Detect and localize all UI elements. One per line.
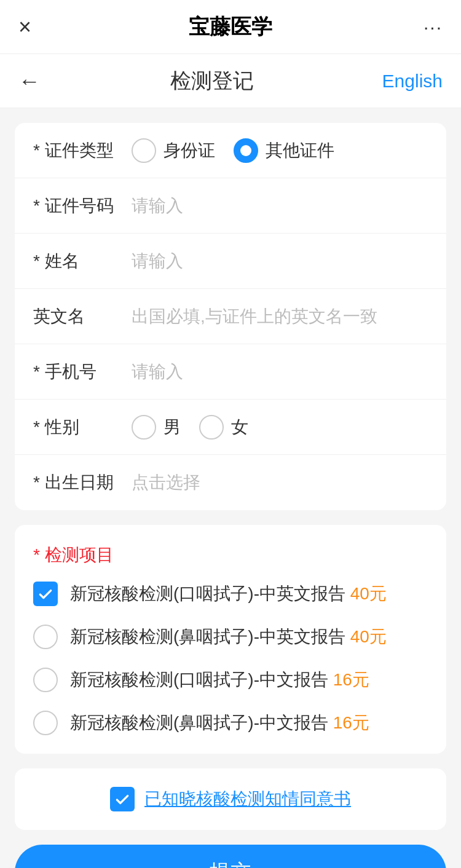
phone-label: * 手机号 <box>33 360 132 384</box>
detection-item-3[interactable]: 新冠核酸检测(口咽拭子)-中文报告 16元 <box>33 668 428 692</box>
cert-type-other[interactable]: 其他证件 <box>234 138 334 163</box>
page-title: 检测登记 <box>55 67 369 95</box>
more-icon[interactable]: ··· <box>406 17 443 37</box>
consent-checkbox[interactable] <box>110 787 135 811</box>
detection-item-3-text: 新冠核酸检测(口咽拭子)-中文报告 16元 <box>70 668 369 692</box>
phone-row: * 手机号 <box>15 344 446 400</box>
gender-female-label: 女 <box>231 416 248 439</box>
detection-item-2[interactable]: 新冠核酸检测(鼻咽拭子)-中英文报告 40元 <box>33 625 428 649</box>
detection-title: * 检测项目 <box>33 543 428 567</box>
cert-type-radio-group: 身份证 其他证件 <box>132 138 334 163</box>
close-icon[interactable]: × <box>18 14 55 40</box>
detection-item-4-price: 16元 <box>333 713 369 732</box>
cert-type-id-radio[interactable] <box>132 138 156 163</box>
consent-row: 已知晓核酸检测知情同意书 <box>15 768 446 830</box>
cert-type-other-label: 其他证件 <box>266 139 334 162</box>
detection-item-1-checkbox[interactable] <box>33 582 58 606</box>
name-label: * 姓名 <box>33 250 132 273</box>
english-name-row: 英文名 <box>15 289 446 344</box>
gender-female[interactable]: 女 <box>199 415 248 440</box>
cert-type-id-label: 身份证 <box>164 139 215 162</box>
cert-number-row: * 证件号码 <box>15 178 446 234</box>
cert-type-other-radio[interactable] <box>234 138 258 163</box>
detection-section: * 检测项目 新冠核酸检测(口咽拭子)-中英文报告 40元 新冠核酸检测(鼻咽拭… <box>15 525 446 754</box>
english-name-input[interactable] <box>132 307 428 326</box>
cert-type-row: * 证件类型 身份证 其他证件 <box>15 123 446 178</box>
consent-link[interactable]: 已知晓核酸检测知情同意书 <box>144 787 351 811</box>
gender-row: * 性别 男 女 <box>15 400 446 455</box>
detection-item-2-price: 40元 <box>350 627 387 646</box>
detection-item-3-price: 16元 <box>333 670 369 689</box>
name-input[interactable] <box>132 251 428 271</box>
sub-nav: ← 检测登记 English <box>0 54 461 108</box>
detection-item-1[interactable]: 新冠核酸检测(口咽拭子)-中英文报告 40元 <box>33 582 428 606</box>
dob-row[interactable]: * 出生日期 点击选择 <box>15 455 446 510</box>
submit-button[interactable]: 提交 <box>15 845 446 868</box>
gender-label: * 性别 <box>33 416 132 439</box>
gender-male-radio[interactable] <box>132 415 156 440</box>
gender-male-label: 男 <box>164 416 181 439</box>
gender-radio-group: 男 女 <box>132 415 248 440</box>
name-row: * 姓名 <box>15 234 446 289</box>
detection-item-4[interactable]: 新冠核酸检测(鼻咽拭子)-中文报告 16元 <box>33 711 428 735</box>
detection-item-2-text: 新冠核酸检测(鼻咽拭子)-中英文报告 40元 <box>70 625 387 649</box>
dob-placeholder: 点击选择 <box>132 471 200 494</box>
gender-female-radio[interactable] <box>199 415 224 440</box>
detection-item-4-text: 新冠核酸检测(鼻咽拭子)-中文报告 16元 <box>70 711 369 735</box>
phone-input[interactable] <box>132 362 428 382</box>
language-switch-button[interactable]: English <box>369 71 443 92</box>
form-card: * 证件类型 身份证 其他证件 * 证件号码 * 姓名 英文名 * 手机号 <box>15 123 446 510</box>
detection-item-2-radio[interactable] <box>33 625 58 649</box>
detection-item-1-price: 40元 <box>350 584 387 603</box>
app-title: 宝藤医学 <box>55 13 406 41</box>
detection-item-3-radio[interactable] <box>33 668 58 692</box>
cert-type-id-card[interactable]: 身份证 <box>132 138 215 163</box>
top-nav: × 宝藤医学 ··· <box>0 0 461 54</box>
english-name-label: 英文名 <box>33 305 132 328</box>
gender-male[interactable]: 男 <box>132 415 181 440</box>
detection-item-1-text: 新冠核酸检测(口咽拭子)-中英文报告 40元 <box>70 582 387 606</box>
detection-item-4-radio[interactable] <box>33 711 58 735</box>
cert-number-label: * 证件号码 <box>33 194 132 218</box>
cert-type-label: * 证件类型 <box>33 139 132 162</box>
dob-label: * 出生日期 <box>33 471 132 494</box>
back-button[interactable]: ← <box>18 68 55 94</box>
cert-number-input[interactable] <box>132 196 428 216</box>
